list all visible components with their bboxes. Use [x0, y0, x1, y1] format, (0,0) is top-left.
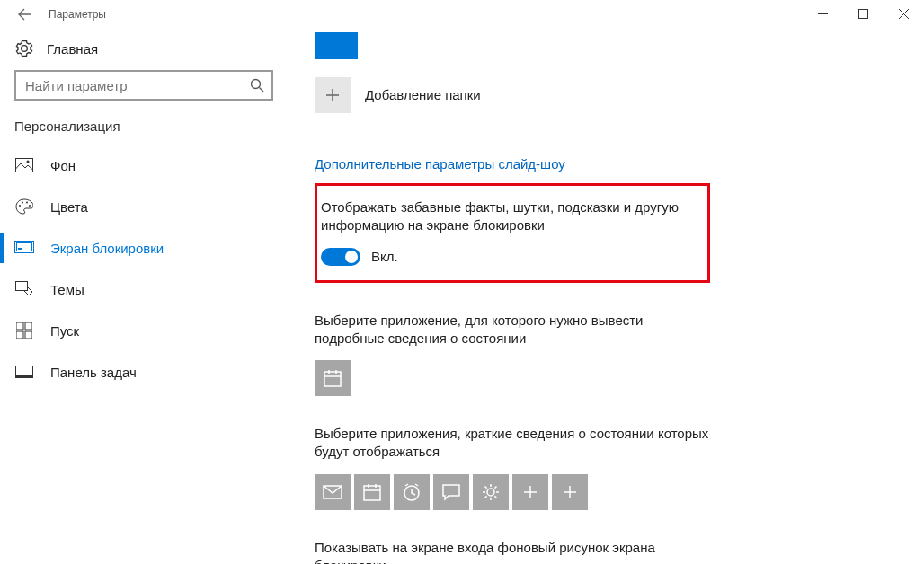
svg-point-7 [29, 205, 31, 207]
fun-facts-toggle[interactable] [321, 248, 360, 266]
fun-facts-text: Отображать забавные факты, шутки, подска… [321, 198, 689, 235]
svg-rect-20 [364, 486, 380, 500]
svg-rect-12 [16, 322, 23, 330]
close-button[interactable] [884, 0, 924, 27]
fun-facts-state: Вкл. [371, 249, 398, 264]
search-input[interactable] [16, 75, 243, 97]
svg-point-22 [487, 489, 494, 496]
titlebar: Параметры [0, 0, 924, 29]
taskbar-icon [14, 366, 34, 378]
mail-tile[interactable] [315, 474, 351, 510]
window-controls [803, 0, 924, 27]
add-app-tile-1[interactable] [512, 474, 548, 510]
svg-point-4 [19, 205, 21, 207]
window-title: Параметры [49, 8, 106, 21]
sidebar-item-themes[interactable]: Темы [9, 269, 279, 310]
svg-rect-2 [16, 159, 33, 172]
svg-rect-18 [324, 372, 341, 386]
svg-rect-11 [16, 282, 28, 291]
sidebar-item-label: Панель задач [50, 365, 137, 380]
svg-rect-10 [18, 248, 22, 250]
svg-point-3 [27, 161, 30, 163]
calendar-tile[interactable] [315, 360, 351, 396]
sidebar-item-label: Темы [50, 282, 84, 297]
sidebar-item-label: Фон [50, 158, 76, 173]
weather-tile[interactable] [473, 474, 509, 510]
folder-thumb[interactable] [315, 32, 358, 59]
section-label: Персонализация [9, 117, 279, 145]
add-folder-row[interactable]: Добавление папки [315, 77, 897, 113]
sidebar: Главная Персонализация Фон Цвета Э [0, 29, 288, 564]
detailed-status-setting: Выберите приложение, для которого нужно … [315, 312, 897, 397]
svg-rect-14 [16, 331, 23, 339]
gear-icon [14, 40, 34, 57]
slideshow-advanced-link[interactable]: Дополнительные параметры слайд-шоу [315, 156, 565, 172]
fun-facts-setting: Отображать забавные факты, шутки, подска… [315, 183, 710, 283]
calendar-tile-2[interactable] [354, 474, 390, 510]
svg-point-5 [22, 202, 23, 204]
svg-point-1 [252, 80, 261, 89]
maximize-button[interactable] [843, 0, 884, 27]
search-input-wrap[interactable] [14, 70, 273, 101]
brush-icon [14, 281, 34, 297]
svg-rect-15 [25, 331, 32, 339]
sidebar-item-label: Цвета [50, 199, 88, 215]
signin-bg-setting: Показывать на экране входа фоновый рисун… [315, 539, 897, 565]
search-icon [243, 78, 271, 93]
sidebar-item-label: Экран блокировки [50, 241, 164, 256]
detailed-status-text: Выберите приложение, для которого нужно … [315, 312, 701, 348]
home-nav[interactable]: Главная [9, 32, 279, 70]
back-button[interactable] [13, 2, 38, 27]
add-folder-label: Добавление папки [365, 86, 481, 104]
sidebar-item-lockscreen[interactable]: Экран блокировки [9, 227, 279, 269]
svg-rect-9 [17, 243, 32, 251]
sidebar-item-taskbar[interactable]: Панель задач [9, 351, 279, 392]
svg-point-6 [26, 202, 28, 204]
home-label: Главная [47, 41, 98, 57]
picture-icon [14, 158, 34, 172]
sidebar-item-background[interactable]: Фон [9, 145, 279, 186]
signin-bg-text: Показывать на экране входа фоновый рисун… [315, 539, 701, 565]
sidebar-item-label: Пуск [50, 323, 79, 339]
alarm-tile[interactable] [394, 474, 430, 510]
main-panel: Добавление папки Дополнительные параметр… [288, 29, 924, 564]
chat-tile[interactable] [433, 474, 469, 510]
start-icon [14, 322, 34, 339]
sidebar-item-colors[interactable]: Цвета [9, 186, 279, 227]
lockscreen-icon [14, 241, 34, 255]
quick-status-setting: Выберите приложения, краткие сведения о … [315, 425, 897, 510]
plus-icon [315, 77, 351, 113]
minimize-button[interactable] [803, 0, 843, 27]
quick-status-text: Выберите приложения, краткие сведения о … [315, 425, 719, 462]
add-app-tile-2[interactable] [552, 474, 588, 510]
sidebar-item-start[interactable]: Пуск [9, 310, 279, 351]
svg-rect-13 [25, 322, 32, 330]
palette-icon [14, 198, 34, 215]
svg-rect-0 [859, 9, 868, 18]
svg-rect-17 [16, 375, 33, 378]
